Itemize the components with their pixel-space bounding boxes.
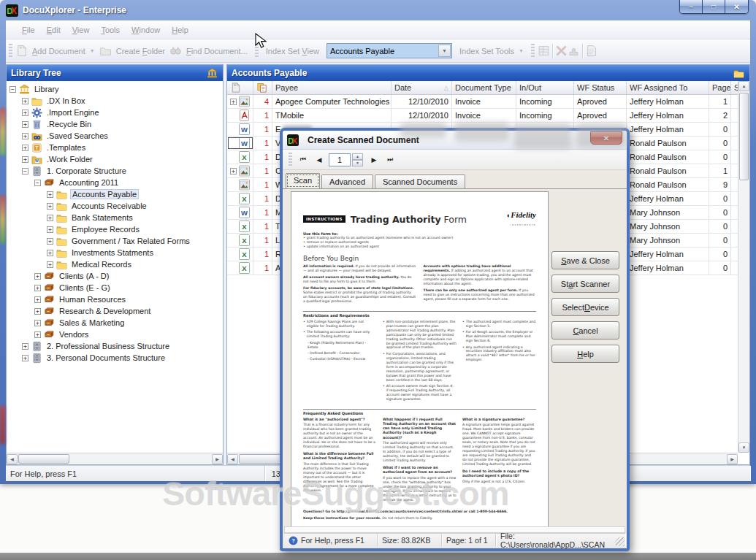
- menu-view[interactable]: View: [66, 23, 96, 37]
- tab-scan[interactable]: Scan: [286, 173, 320, 188]
- scroll-right-icon[interactable]: ▶: [727, 454, 738, 464]
- tree-item-government-tax-related-forms[interactable]: +Government / Tax Related Forms: [7, 235, 223, 247]
- add-document-button[interactable]: Add Document▼: [28, 45, 99, 58]
- tree-expander-icon[interactable]: +: [34, 308, 41, 315]
- column-header-type[interactable]: Document Type: [452, 81, 516, 94]
- tree-expander-icon[interactable]: +: [47, 261, 53, 268]
- nav-grip[interactable]: [289, 153, 292, 167]
- tree-expander-icon[interactable]: −: [22, 168, 28, 174]
- scroll-right-icon[interactable]: ▶: [212, 454, 223, 464]
- column-header-inout[interactable]: In/Out: [516, 81, 574, 94]
- tree-expander-icon[interactable]: +: [34, 273, 41, 280]
- tree-item-accounts-payable[interactable]: +Accounts Payable: [7, 188, 223, 200]
- menu-file[interactable]: File: [16, 23, 41, 37]
- tree-item-employee-records[interactable]: +Employee Records: [7, 223, 223, 235]
- tree-item-bank-statements[interactable]: +Bank Statements: [7, 212, 223, 223]
- tree-expander-icon[interactable]: −: [34, 180, 41, 186]
- find-document-button[interactable]: Find Document...: [182, 45, 252, 58]
- stamp-icon[interactable]: [568, 45, 580, 57]
- scrollbar-thumb[interactable]: [739, 93, 749, 180]
- tree-item-investments-statments[interactable]: +Investments Statments: [7, 247, 223, 258]
- spinner-down-icon[interactable]: ▼: [352, 160, 363, 166]
- tree-horizontal-scrollbar[interactable]: ◀ ▶: [7, 453, 223, 464]
- tree-item-2-professional-business-structure[interactable]: +2. Professional Business Structure: [7, 340, 223, 352]
- scroll-down-icon[interactable]: ▼: [738, 442, 749, 453]
- tree-expander-icon[interactable]: +: [22, 156, 28, 163]
- save-close-button[interactable]: Save & Close: [551, 251, 619, 269]
- start-scanner-button[interactable]: Start Scanner: [551, 275, 619, 293]
- toolbar-grip[interactable]: [531, 44, 535, 58]
- scroll-left-icon[interactable]: ◀: [7, 454, 18, 464]
- select-device-button[interactable]: Select Device: [551, 298, 619, 316]
- create-folder-button[interactable]: Create Folder: [112, 45, 169, 58]
- row-expand-icon[interactable]: +: [230, 168, 237, 174]
- row-expand-icon[interactable]: +: [230, 99, 237, 105]
- tree-item-medical-records[interactable]: +Medical Records: [7, 258, 223, 270]
- tab-advanced[interactable]: Advanced: [321, 174, 373, 188]
- column-header-date[interactable]: Date△: [392, 81, 452, 94]
- column-header-wf[interactable]: WF Status: [574, 81, 627, 94]
- first-page-icon[interactable]: ⏮︎: [295, 153, 311, 167]
- column-header-icon[interactable]: +: [227, 81, 253, 94]
- tree-expander-icon[interactable]: −: [9, 86, 16, 93]
- tree-item-saved-searches[interactable]: +.Saved Searches: [7, 130, 223, 142]
- tree-item-vendors[interactable]: +Vendors: [7, 329, 223, 340]
- table-row[interactable]: +4Apogee Computer Technologies12/10/2010…: [227, 95, 738, 109]
- tree-expander-icon[interactable]: +: [47, 191, 53, 198]
- last-page-icon[interactable]: ⏭︎: [382, 153, 398, 167]
- table-vertical-scrollbar[interactable]: ▲ ▼: [738, 81, 749, 453]
- page-spinner[interactable]: ▲ ▼: [352, 153, 363, 166]
- toolbar-grip[interactable]: [9, 44, 12, 58]
- tree-expander-icon[interactable]: +: [34, 331, 41, 338]
- tree-item-1-corporate-structure[interactable]: −1. Corporate Structure: [7, 165, 223, 177]
- menu-help[interactable]: Help: [166, 23, 194, 37]
- tree-expander-icon[interactable]: +: [22, 133, 28, 139]
- menu-edit[interactable]: Edit: [41, 23, 66, 37]
- tree-item-sales-marketing[interactable]: +Sales & Marketing: [7, 317, 223, 329]
- tree-item-recycle-bin[interactable]: +.Recycle Bin: [7, 118, 223, 130]
- tree-expander-icon[interactable]: +: [47, 203, 53, 210]
- help-button[interactable]: Help: [551, 345, 619, 363]
- menu-window[interactable]: Window: [126, 23, 166, 37]
- tree-item-human-resources[interactable]: +Human Resources: [7, 294, 223, 305]
- column-header-page[interactable]: Page: [709, 81, 731, 94]
- tree-expander-icon[interactable]: +: [22, 98, 28, 104]
- scrollbar-thumb[interactable]: [18, 454, 69, 464]
- tree-expander-icon[interactable]: +: [22, 145, 28, 151]
- tree-item-library[interactable]: −Library: [7, 83, 223, 95]
- index-set-combo[interactable]: Accounts Payable ▼: [327, 43, 452, 58]
- tree-item-import-engine[interactable]: +.Import Engine: [7, 107, 223, 118]
- titlebar[interactable]: DX DocuXplorer - Enterprise: [0, 0, 756, 20]
- index-set-tools-button[interactable]: Index Set Tools▼: [455, 45, 528, 58]
- tree-expander-icon[interactable]: +: [22, 343, 28, 350]
- minimize-button[interactable]: –: [680, 0, 703, 13]
- previous-page-icon[interactable]: ◀: [311, 153, 327, 167]
- tree-expander-icon[interactable]: +: [34, 296, 41, 303]
- table-row[interactable]: 1TMobile12/10/2010InvoiceIncomingAproved…: [227, 109, 738, 123]
- tree-item-accounting-2011[interactable]: −Accounting 2011: [7, 177, 223, 188]
- tree-expander-icon[interactable]: +: [22, 110, 28, 116]
- tab-scanned-documents[interactable]: Scanned Documents: [375, 174, 465, 188]
- next-page-icon[interactable]: ▶: [366, 153, 382, 167]
- tree-expander-icon[interactable]: +: [47, 250, 53, 256]
- tree-expander-icon[interactable]: +: [47, 226, 53, 233]
- tree-expander-icon[interactable]: +: [22, 121, 28, 128]
- dialog-resize-grip[interactable]: [616, 537, 625, 546]
- column-header-copies[interactable]: [253, 81, 272, 94]
- tree-item-dx-in-box[interactable]: +.DX In Box: [7, 95, 223, 107]
- tree-item-clients-e-g[interactable]: +Clients (E - G): [7, 282, 223, 294]
- page-number-input[interactable]: 1: [329, 153, 351, 166]
- column-header-payee[interactable]: Payee: [272, 81, 392, 94]
- index-grid-icon[interactable]: [538, 45, 550, 57]
- tree-item-research-development[interactable]: +Research & Development: [7, 305, 223, 317]
- menu-tools[interactable]: Tools: [95, 23, 126, 37]
- close-button[interactable]: ✕: [725, 0, 748, 13]
- scroll-up-icon[interactable]: ▲: [738, 81, 749, 91]
- tree-expander-icon[interactable]: +: [22, 355, 28, 361]
- document-properties-icon[interactable]: [585, 45, 597, 57]
- scroll-left-icon[interactable]: ◀: [227, 454, 238, 464]
- spinner-up-icon[interactable]: ▲: [352, 153, 363, 160]
- maximize-button[interactable]: □: [703, 0, 725, 13]
- tree-expander-icon[interactable]: +: [34, 285, 41, 291]
- tree-expander-icon[interactable]: +: [47, 238, 53, 245]
